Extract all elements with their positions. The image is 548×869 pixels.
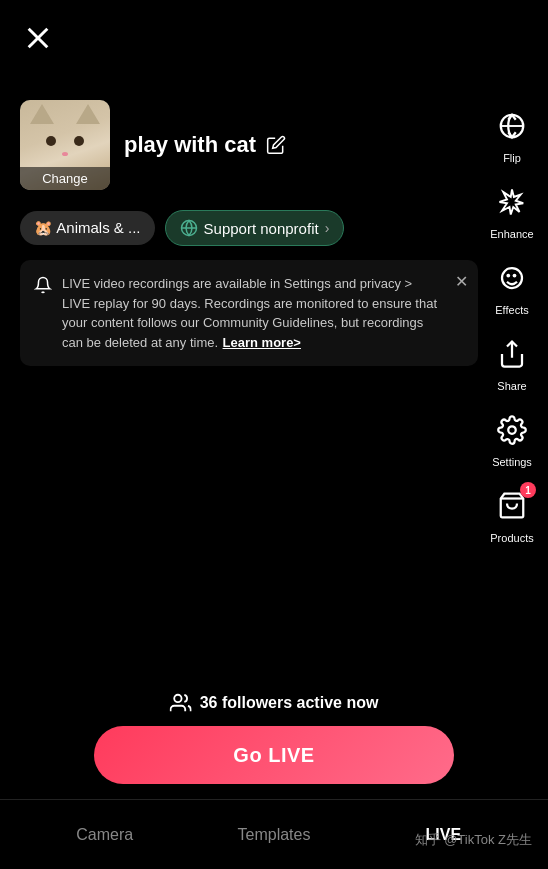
avatar[interactable]: Change bbox=[20, 100, 110, 190]
flip-label: Flip bbox=[503, 152, 521, 164]
flip-icon-wrap bbox=[490, 104, 534, 148]
products-badge: 1 bbox=[520, 482, 536, 498]
settings-icon bbox=[497, 415, 527, 445]
animal-tag-button[interactable]: 🐹 Animals & ... bbox=[20, 211, 155, 245]
settings-label: Settings bbox=[492, 456, 532, 468]
person-icon bbox=[170, 692, 192, 714]
sidebar-item-flip[interactable]: Flip bbox=[486, 100, 538, 168]
svg-point-10 bbox=[508, 426, 516, 434]
right-sidebar: Flip Enhance Effects bbox=[486, 100, 538, 548]
effects-icon-wrap bbox=[490, 256, 534, 300]
enhance-icon bbox=[497, 187, 527, 217]
close-icon bbox=[24, 24, 52, 52]
nonprofit-tag-label: Support nonprofit bbox=[204, 220, 319, 237]
sidebar-item-share[interactable]: Share bbox=[486, 328, 538, 396]
avatar-change-label[interactable]: Change bbox=[20, 167, 110, 190]
svg-point-12 bbox=[174, 695, 181, 702]
nav-item-camera[interactable]: Camera bbox=[20, 816, 189, 854]
flip-icon bbox=[497, 111, 527, 141]
products-icon-wrap: 1 bbox=[490, 484, 534, 528]
notification-close-button[interactable]: ✕ bbox=[455, 272, 468, 291]
watermark: 知乎 @TikTok Z先生 bbox=[415, 831, 532, 849]
edit-icon[interactable] bbox=[266, 135, 286, 155]
nav-item-templates[interactable]: Templates bbox=[189, 816, 358, 854]
animal-tag-label: 🐹 Animals & ... bbox=[34, 219, 141, 237]
notification-text: LIVE video recordings are available in S… bbox=[62, 274, 442, 352]
products-label: Products bbox=[490, 532, 533, 544]
enhance-label: Enhance bbox=[490, 228, 533, 240]
followers-count: 36 followers active now bbox=[200, 694, 379, 712]
live-title: play with cat bbox=[124, 132, 256, 158]
svg-point-8 bbox=[513, 274, 517, 278]
share-icon-wrap bbox=[490, 332, 534, 376]
enhance-icon-wrap bbox=[490, 180, 534, 224]
nonprofit-tag-button[interactable]: Support nonprofit › bbox=[165, 210, 345, 246]
bell-icon bbox=[34, 276, 52, 352]
sidebar-item-products[interactable]: 1 Products bbox=[486, 480, 538, 548]
sidebar-item-settings[interactable]: Settings bbox=[486, 404, 538, 472]
bottom-nav: Camera Templates LIVE 知乎 @TikTok Z先生 bbox=[0, 799, 548, 869]
tags-row: 🐹 Animals & ... Support nonprofit › bbox=[20, 210, 344, 246]
learn-more-link[interactable]: Learn more> bbox=[223, 335, 301, 350]
share-icon bbox=[497, 339, 527, 369]
share-label: Share bbox=[497, 380, 526, 392]
svg-point-7 bbox=[506, 274, 510, 278]
nav-templates-label: Templates bbox=[238, 826, 311, 844]
notification-banner: LIVE video recordings are available in S… bbox=[20, 260, 478, 366]
followers-row: 36 followers active now bbox=[170, 692, 379, 714]
nonprofit-chevron: › bbox=[325, 220, 330, 236]
nav-camera-label: Camera bbox=[76, 826, 133, 844]
sidebar-item-effects[interactable]: Effects bbox=[486, 252, 538, 320]
header-row: Change play with cat bbox=[20, 100, 286, 190]
effects-label: Effects bbox=[495, 304, 528, 316]
close-button[interactable] bbox=[20, 20, 56, 56]
sidebar-item-enhance[interactable]: Enhance bbox=[486, 176, 538, 244]
go-live-button[interactable]: Go LIVE bbox=[94, 726, 454, 784]
title-area: play with cat bbox=[124, 132, 286, 158]
effects-icon bbox=[497, 263, 527, 293]
globe-icon bbox=[180, 219, 198, 237]
settings-icon-wrap bbox=[490, 408, 534, 452]
